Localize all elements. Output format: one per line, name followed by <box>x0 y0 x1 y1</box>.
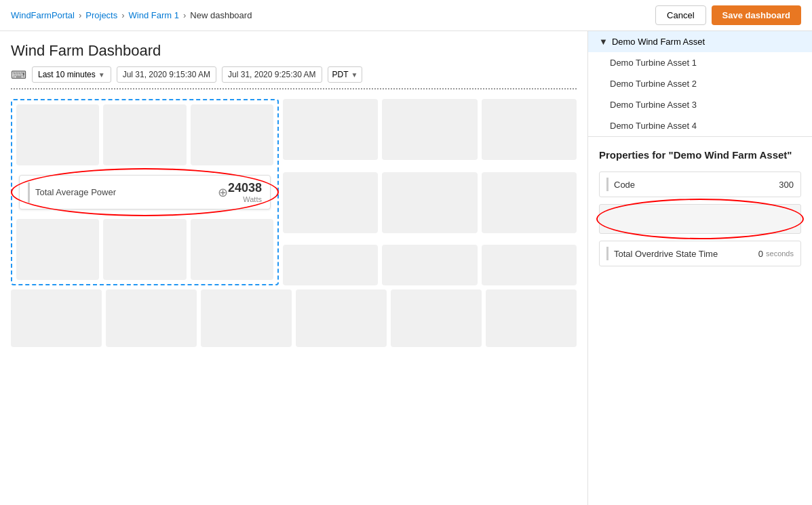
total-average-power-widget[interactable]: Total Average Power ⊕ 24038 Watts <box>19 175 271 209</box>
widget-value: 24038 Watts <box>228 181 262 203</box>
cell-sel-6 <box>191 219 273 280</box>
top-bar: WindFarmPortal › Projects › Wind Farm 1 … <box>0 0 812 31</box>
page-title: Wind Farm Dashboard <box>11 42 577 60</box>
asset-tree-parent-label: Demo Wind Farm Asset <box>612 37 705 47</box>
cell-r3c4 <box>283 245 378 285</box>
cell-bot-3 <box>201 289 292 347</box>
prop-unit-overdrive: seconds <box>766 249 794 258</box>
tz-chevron: ▼ <box>351 71 358 79</box>
breadcrumb: WindFarmPortal › Projects › Wind Farm 1 … <box>11 10 252 20</box>
widget-unit: Watts <box>228 195 262 203</box>
cell-r1c6 <box>482 99 577 160</box>
cell-bot-5 <box>391 289 482 347</box>
cell-sel-3 <box>191 104 273 165</box>
breadcrumb-projects[interactable]: Projects <box>85 10 117 20</box>
prop-highlight-area <box>599 204 801 234</box>
cell-sel-4 <box>16 219 99 280</box>
asset-tree-child-4[interactable]: Demo Turbine Asset 4 <box>588 115 812 136</box>
cell-bot-6 <box>486 289 577 347</box>
asset-tree: ▼ Demo Wind Farm Asset Demo Turbine Asse… <box>588 31 812 137</box>
cell-r1c5 <box>382 99 477 160</box>
cell-r3c6 <box>482 245 577 285</box>
asset-tree-child-2[interactable]: Demo Turbine Asset 2 <box>588 73 812 94</box>
timezone-select[interactable]: PDT ▼ <box>328 66 363 83</box>
tree-arrow-icon: ▼ <box>599 37 608 47</box>
prop-highlight-cell <box>599 204 801 234</box>
prop-bar-code <box>606 178 608 191</box>
cell-r2c4 <box>283 172 378 233</box>
start-time-display: Jul 31, 2020 9:15:30 AM <box>117 66 216 83</box>
properties-title: Properties for "Demo Wind Farm Asset" <box>599 148 801 162</box>
prop-value-code: 300 <box>779 180 794 190</box>
cell-r2c6 <box>482 172 577 233</box>
prop-label-code: Code <box>614 180 779 190</box>
prop-value-overdrive: 0 <box>758 249 763 259</box>
save-dashboard-button[interactable]: Save dashboard <box>712 5 801 25</box>
widget-bar <box>28 182 30 203</box>
selected-widget-area: Total Average Power ⊕ 24038 Watts <box>11 99 279 285</box>
move-icon[interactable]: ⊕ <box>218 185 228 200</box>
cell-sel-2 <box>103 104 186 165</box>
prop-label-overdrive: Total Overdrive State Time <box>614 249 758 259</box>
widget-label: Total Average Power <box>35 187 218 197</box>
asset-tree-child-1[interactable]: Demo Turbine Asset 1 <box>588 52 812 73</box>
cell-r3c5 <box>382 245 477 285</box>
asset-tree-child-3[interactable]: Demo Turbine Asset 3 <box>588 94 812 115</box>
top-actions: Cancel Save dashboard <box>655 5 801 25</box>
asset-tree-parent[interactable]: ▼ Demo Wind Farm Asset <box>588 31 812 52</box>
time-range-select[interactable]: Last 10 minutes ▼ <box>32 66 111 83</box>
end-time-display: Jul 31, 2020 9:25:30 AM <box>222 66 322 83</box>
properties-panel: Properties for "Demo Wind Farm Asset" Co… <box>588 137 812 505</box>
widget-number: 24038 <box>228 181 262 195</box>
cell-bot-1 <box>11 289 102 347</box>
cell-sel-1 <box>16 104 99 165</box>
cell-bot-2 <box>106 289 197 347</box>
prop-row-code: Code 300 <box>599 171 801 197</box>
cell-r1c4 <box>283 99 378 160</box>
time-toolbar: ⌨ Last 10 minutes ▼ Jul 31, 2020 9:15:30… <box>11 66 577 89</box>
breadcrumb-windfarm1[interactable]: Wind Farm 1 <box>129 10 179 20</box>
cell-r2c5 <box>382 172 477 233</box>
dashboard-area: Total Average Power ⊕ 24038 Watts <box>11 99 577 347</box>
right-panel: ▼ Demo Wind Farm Asset Demo Turbine Asse… <box>588 31 812 505</box>
main-layout: Wind Farm Dashboard ⌨ Last 10 minutes ▼ … <box>0 31 812 505</box>
row-4 <box>11 289 577 347</box>
breadcrumb-current: New dashboard <box>190 10 252 20</box>
breadcrumb-windfarm[interactable]: WindFarmPortal <box>11 10 75 20</box>
prop-bar-overdrive <box>606 247 608 260</box>
prop-row-overdrive: Total Overdrive State Time 0 seconds <box>599 241 801 266</box>
time-range-chevron: ▼ <box>98 71 105 79</box>
cell-bot-4 <box>296 289 387 347</box>
keyboard-icon: ⌨ <box>11 68 26 81</box>
cancel-button[interactable]: Cancel <box>655 5 705 25</box>
left-panel: Wind Farm Dashboard ⌨ Last 10 minutes ▼ … <box>0 31 588 505</box>
row-1: Total Average Power ⊕ 24038 Watts <box>11 99 577 285</box>
cell-sel-5 <box>103 219 186 280</box>
